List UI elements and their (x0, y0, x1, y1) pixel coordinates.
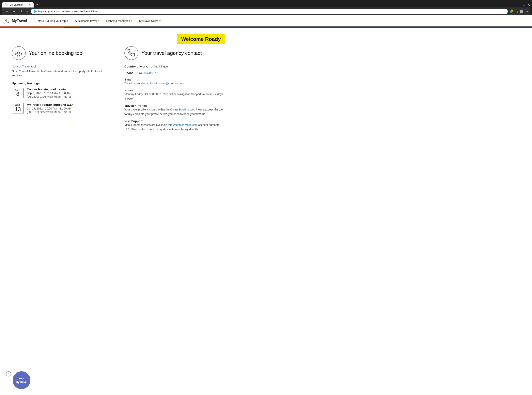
training-date-box-1: SEP 8 (12, 88, 24, 98)
training-card-1: SEP 8 Concur booking tool training Sep 8… (12, 88, 112, 98)
training-day-2: 13 (14, 106, 22, 112)
extensions-icon[interactable]: 🧩 (509, 9, 514, 14)
agency-phone: Phone: +44 203788373 (124, 71, 225, 75)
browser-toolbar: ← → ↺ ⌂ 🌐 https://myvacation.contoso.com… (2, 7, 530, 15)
home-button[interactable]: ⌂ (25, 9, 29, 14)
phone-link[interactable]: +44 203788373 (137, 71, 157, 75)
training-title-1: Concur booking tool training (27, 88, 112, 91)
site-navigation: MyTravel Before & during your trip ▼ Sus… (0, 15, 532, 27)
more-icon[interactable]: ⋯ (525, 9, 528, 14)
back-button[interactable]: ← (4, 9, 10, 14)
phone-label: Phone: (124, 71, 134, 75)
training-day-1: 8 (14, 91, 22, 97)
hours-label: Hours: (124, 89, 225, 92)
agency-header: Your travel agency contact (124, 46, 225, 60)
agency-visa: Visa Support: Visa support services are … (124, 119, 225, 132)
url-text: https://myvacation.contoso.com/secured/d… (38, 10, 505, 13)
nav-item-sustainable[interactable]: Sustainable travel ▼ (72, 15, 103, 27)
airplane-icon (12, 46, 26, 60)
chevron-down-icon: ▼ (98, 20, 100, 22)
agency-hours: Hours: Monday-Friday Offline 08:00-18:00… (124, 89, 225, 101)
progress-fill (0, 27, 64, 28)
favorites-icon[interactable]: ☆ (515, 9, 518, 14)
add-calendar-icon-2[interactable]: ⊞ (68, 110, 71, 114)
country-value: United Kingdom (151, 65, 170, 68)
agency-country: Country of work: United Kingdom (124, 65, 225, 68)
chevron-down-icon: ▼ (67, 20, 69, 22)
training-tz-1: (UTC±00) Greenwich Mean Time ⊞ (27, 95, 112, 98)
tab-title: My Vacation (10, 3, 23, 6)
training-datetime-1: Sep 8, 2021 10:00 AM – 11:00 AM (27, 92, 112, 95)
profile-text: Your travel profile is stored within the… (124, 107, 225, 116)
visa-label: Visa Support: (124, 119, 225, 123)
browser-tabs: 📄 My Vacation ✕ + — □ ✕ (2, 2, 530, 7)
training-info-1: Concur booking tool training Sep 8, 2021… (27, 88, 112, 98)
nav-item-planning[interactable]: Planning resources ▼ (103, 15, 136, 27)
active-tab[interactable]: 📄 My Vacation ✕ (2, 2, 34, 7)
forward-button[interactable]: → (11, 9, 17, 14)
main-content: Welcome Roady Your online booking tool C… (0, 28, 237, 141)
online-booking-tool-link[interactable]: Online Booking tool (170, 108, 194, 111)
new-tab-button[interactable]: + (34, 2, 40, 7)
training-datetime-2: Oct 13, 2021 10:00 AM – 11:00 AM (27, 107, 112, 110)
globe-icon: 🌐 (33, 10, 37, 13)
collections-icon[interactable]: ⊞ (520, 9, 523, 14)
content-columns: Your online booking tool Concur Travel t… (12, 46, 225, 135)
visa-text: Visa support services are available http… (124, 123, 225, 132)
booking-tool-note: Note: You will leave the MyTravel site a… (12, 69, 112, 77)
phone-icon (124, 46, 138, 60)
logo-icon (4, 18, 10, 24)
agency-email: Email: Travel reservations: travelbureau… (124, 78, 225, 85)
nav-item-news[interactable]: MyTravel News ▼ (136, 15, 164, 27)
concur-travel-link[interactable]: Concur Travel tool (12, 65, 36, 68)
email-label: Email: (124, 78, 225, 81)
browser-chrome: 📄 My Vacation ✕ + — □ ✕ ← → ↺ ⌂ 🌐 https:… (0, 0, 532, 15)
logo-text: MyTravel (12, 19, 27, 23)
training-date-box-2: OCT 13 (12, 103, 24, 113)
travel-agency-section: Your travel agency contact Country of wo… (124, 46, 225, 135)
training-title-2: MyTravel Program Intro and Q&A (27, 103, 112, 106)
reload-button[interactable]: ↺ (18, 9, 23, 14)
training-tz-2: (UTC±00) Greenwich Mean Time ⊞ (27, 110, 112, 114)
booking-tool-section: Your online booking tool Concur Travel t… (12, 46, 112, 135)
address-bar[interactable]: 🌐 https://myvacation.contoso.com/secured… (31, 9, 508, 14)
training-info-2: MyTravel Program Intro and Q&A Oct 13, 2… (27, 103, 112, 114)
nav-menu: Before & during your trip ▼ Sustainable … (33, 15, 164, 27)
add-calendar-icon-1[interactable]: ⊞ (68, 95, 71, 98)
progress-bar (0, 27, 532, 28)
chevron-down-icon: ▼ (131, 20, 133, 22)
booking-tool-title: Your online booking tool (29, 50, 84, 56)
browser-toolbar-icons: 🧩 ☆ ⊞ ⋯ (509, 9, 528, 14)
welcome-badge: Welcome Roady (177, 34, 225, 44)
hours-value: Monday-Friday Offline 08:00-18:00; Onlin… (124, 92, 225, 101)
email-link[interactable]: travelbureau@contoso.com (150, 82, 184, 85)
training-card-2: OCT 13 MyTravel Program Intro and Q&A Oc… (12, 103, 112, 114)
chevron-down-icon: ▼ (159, 20, 161, 22)
nav-item-before-during[interactable]: Before & during your trip ▼ (33, 15, 72, 27)
country-label: Country of work: (124, 65, 148, 68)
visa-link[interactable]: http://contoso.visas.com (168, 123, 197, 126)
site-logo[interactable]: MyTravel (4, 18, 27, 24)
restore-button[interactable]: □ (523, 3, 525, 7)
minimize-button[interactable]: — (518, 3, 521, 7)
close-window-button[interactable]: ✕ (527, 3, 530, 7)
tab-favicon: 📄 (5, 3, 8, 6)
profile-label: Traveler Profile: (124, 104, 225, 107)
email-sub: Travel reservations: travelbureau@contos… (124, 81, 225, 85)
booking-tool-header: Your online booking tool (12, 46, 112, 60)
upcoming-trainings-label: Upcoming trainings: (12, 82, 112, 85)
agency-title: Your travel agency contact (141, 50, 202, 56)
agency-profile: Traveler Profile: Your travel profile is… (124, 104, 225, 116)
tab-close-button[interactable]: ✕ (29, 4, 31, 6)
